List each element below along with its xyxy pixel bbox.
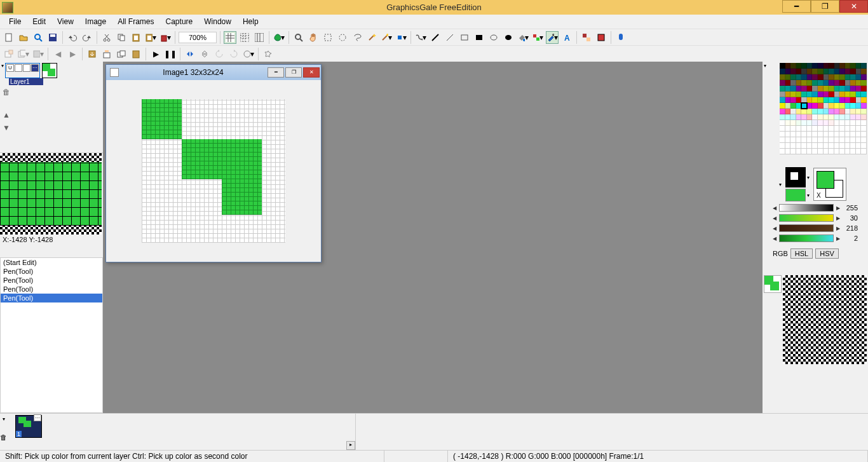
maximize-button[interactable]: ❐ <box>811 0 839 13</box>
color-palette[interactable] <box>780 63 867 163</box>
palette-color[interactable] <box>856 63 862 69</box>
palette-color[interactable] <box>796 137 802 143</box>
lasso-icon[interactable] <box>351 31 363 44</box>
palette-color[interactable] <box>845 120 851 126</box>
palette-color[interactable] <box>790 137 796 143</box>
slider-dec-icon[interactable]: ◀ <box>773 226 776 231</box>
palette-color[interactable] <box>796 149 802 154</box>
palette-color[interactable] <box>807 103 813 109</box>
tab-hsv[interactable]: HSV <box>815 248 839 259</box>
palette-color[interactable] <box>850 120 856 126</box>
palette-color[interactable] <box>818 103 824 109</box>
swatch-swap-icon[interactable]: X <box>817 192 821 199</box>
palette-color[interactable] <box>796 143 802 149</box>
palette-color[interactable] <box>845 80 851 86</box>
palette-color[interactable] <box>856 86 862 92</box>
palette-color[interactable] <box>780 103 785 109</box>
palette-color[interactable] <box>850 69 856 74</box>
palette-color[interactable] <box>801 97 807 103</box>
palette-color[interactable] <box>785 109 791 114</box>
palette-color[interactable] <box>824 103 829 109</box>
zoom-input[interactable] <box>179 32 217 43</box>
palette-color[interactable] <box>834 114 840 120</box>
canvas-area[interactable]: Image1 32x32x24 ━ ❐ ✕ <box>103 62 763 413</box>
palette-color[interactable] <box>856 120 862 126</box>
palette-color[interactable] <box>829 132 834 137</box>
palette-color[interactable] <box>785 114 791 120</box>
layer-up-icon[interactable]: ▲ <box>3 111 13 121</box>
palette-color[interactable] <box>829 92 834 97</box>
history-item[interactable]: Pen(Tool) <box>1 276 102 285</box>
palette-color[interactable] <box>780 74 785 80</box>
palette-color[interactable] <box>824 120 829 126</box>
swatch-collapse-icon[interactable]: ▾ <box>779 182 782 187</box>
palette-color[interactable] <box>785 97 791 103</box>
palette-color[interactable] <box>824 97 829 103</box>
slider-inc-icon[interactable]: ▶ <box>836 236 840 241</box>
doc-minimize-icon[interactable]: ━ <box>268 67 284 78</box>
palette-color[interactable] <box>829 149 834 154</box>
palette-color[interactable] <box>850 63 856 69</box>
grid-config-icon[interactable] <box>253 31 266 44</box>
color-slider[interactable]: ◀▶255 <box>773 204 858 212</box>
palette-color[interactable] <box>861 69 867 74</box>
palette-color[interactable] <box>856 126 862 132</box>
slider-inc-icon[interactable]: ▶ <box>836 215 840 221</box>
palette-color[interactable] <box>824 69 829 74</box>
palette-color[interactable] <box>807 92 813 97</box>
grid-icon[interactable] <box>224 31 236 44</box>
palette-color[interactable] <box>856 103 862 109</box>
redo-icon[interactable] <box>81 31 93 44</box>
palette-color[interactable] <box>856 97 862 103</box>
palette-color[interactable] <box>850 74 856 80</box>
palette-color[interactable] <box>839 126 845 132</box>
palette-color[interactable] <box>824 74 829 80</box>
color-select-icon[interactable]: ▾ <box>395 31 407 44</box>
copy-icon[interactable] <box>115 31 128 44</box>
palette-color[interactable] <box>801 80 807 86</box>
palette-collapse-icon[interactable]: ▾ <box>764 63 771 163</box>
palette-color[interactable] <box>856 109 862 114</box>
palette-color[interactable] <box>845 92 851 97</box>
slider-inc-icon[interactable]: ▶ <box>836 205 840 211</box>
pixel-canvas[interactable] <box>142 99 285 243</box>
slider-dec-icon[interactable]: ◀ <box>773 215 776 221</box>
rect-fill-icon[interactable] <box>473 31 485 44</box>
palette-color[interactable] <box>856 80 862 86</box>
palette-color[interactable] <box>780 132 785 137</box>
palette-color[interactable] <box>780 97 785 103</box>
rect-tool-icon[interactable] <box>458 31 471 44</box>
palette-color[interactable] <box>834 92 840 97</box>
palette-color[interactable] <box>807 74 813 80</box>
slider-track[interactable] <box>779 214 834 222</box>
hand-tool-icon[interactable] <box>307 31 320 44</box>
palette-color[interactable] <box>850 80 856 86</box>
palette-color[interactable] <box>790 86 796 92</box>
frame-thumbnail[interactable]: ⋯ 1 <box>15 415 42 438</box>
palette-color[interactable] <box>812 69 818 74</box>
palette-color[interactable] <box>807 80 813 86</box>
palette-color[interactable] <box>824 92 829 97</box>
doc-close-icon[interactable]: ✕ <box>303 67 320 78</box>
palette-color[interactable] <box>845 143 851 149</box>
onion-skin-icon[interactable]: ▾ <box>273 31 285 44</box>
palette-color[interactable] <box>839 114 845 120</box>
move-tool-icon[interactable]: ▾ <box>414 31 427 44</box>
prev-frame-icon[interactable]: ◀ <box>51 48 64 60</box>
palette-color[interactable] <box>818 86 824 92</box>
palette-color[interactable] <box>856 132 862 137</box>
color-slider[interactable]: ◀▶2 <box>773 234 858 242</box>
palette-color[interactable] <box>801 69 807 74</box>
palette-color[interactable] <box>834 120 840 126</box>
pause-icon[interactable]: ❚❚ <box>164 48 177 60</box>
palette-color[interactable] <box>861 143 867 149</box>
palette-color[interactable] <box>818 126 824 132</box>
palette-color[interactable] <box>812 132 818 137</box>
palette-color[interactable] <box>801 149 807 154</box>
slider-dec-icon[interactable]: ◀ <box>773 236 776 241</box>
palette-color[interactable] <box>818 143 824 149</box>
palette-color[interactable] <box>807 109 813 114</box>
palette-color[interactable] <box>829 126 834 132</box>
palette-color[interactable] <box>839 103 845 109</box>
palette-color[interactable] <box>790 114 796 120</box>
